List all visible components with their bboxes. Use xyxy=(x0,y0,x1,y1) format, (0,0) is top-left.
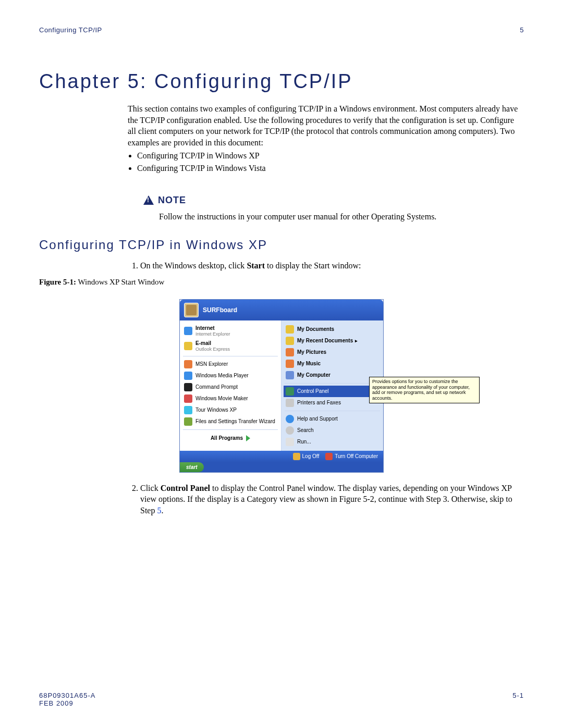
all-programs-button[interactable]: All Programs xyxy=(182,432,279,445)
all-programs-label: All Programs xyxy=(211,435,243,441)
user-avatar-icon xyxy=(184,303,199,317)
step-2: Click Control Panel to display the Contr… xyxy=(140,483,524,516)
start-menu-body: InternetInternet ExplorerE-mailOutlook E… xyxy=(180,320,383,451)
start-menu-item[interactable]: Tour Windows XP xyxy=(182,404,279,416)
app-icon xyxy=(184,417,192,426)
separator xyxy=(285,411,380,411)
start-button[interactable]: start xyxy=(180,462,204,472)
menu-item-label: Windows Media Player xyxy=(195,373,249,378)
turn-off-label: Turn Off Computer xyxy=(335,453,378,459)
figure-caption-text: Windows XP Start Window xyxy=(76,278,164,286)
header-page-number: 5 xyxy=(520,26,524,34)
step-bold: Control Panel xyxy=(161,484,210,492)
section-title: Configuring TCP/IP in Windows XP xyxy=(39,238,524,252)
intro-bullet-list: Configuring TCP/IP in Windows XP Configu… xyxy=(128,150,524,174)
menu-item-label: Files and Settings Transfer Wizard xyxy=(195,418,275,424)
menu-item-label: My Computer xyxy=(297,372,331,378)
intro-block: This section contains two examples of co… xyxy=(128,103,524,174)
step-list: On the Windows desktop, click Start to d… xyxy=(128,260,524,272)
app-icon xyxy=(184,406,192,414)
page-footer: 68P09301A65-A FEB 2009 5-1 xyxy=(39,692,524,707)
doc-number: 68P09301A65-A xyxy=(39,692,95,699)
taskbar: start xyxy=(180,462,383,472)
start-menu-item[interactable]: My Documents xyxy=(284,324,381,335)
menu-item-label: My Recent Documents xyxy=(297,338,358,344)
folder-icon xyxy=(286,387,294,396)
running-header: Configuring TCP/IP 5 xyxy=(39,26,524,34)
power-icon xyxy=(325,453,333,460)
figure-caption: Figure 5-1: Windows XP Start Window xyxy=(39,278,524,287)
start-menu-item[interactable]: Windows Media Player xyxy=(182,370,279,381)
start-menu-item[interactable]: Files and Settings Transfer Wizard xyxy=(182,416,279,427)
control-panel-tooltip: Provides options for you to customize th… xyxy=(369,377,480,403)
start-menu-item[interactable]: My Pictures xyxy=(284,347,381,358)
footer-page-number: 5-1 xyxy=(512,692,524,707)
start-menu-item[interactable]: Windows Movie Maker xyxy=(182,393,279,404)
start-menu-item[interactable]: Run... xyxy=(284,436,381,448)
start-menu-left-column: InternetInternet ExplorerE-mailOutlook E… xyxy=(180,320,282,451)
header-left: Configuring TCP/IP xyxy=(39,26,102,34)
footer-left: 68P09301A65-A FEB 2009 xyxy=(39,692,95,707)
menu-item-label: Control Panel xyxy=(297,388,329,394)
app-icon xyxy=(184,394,192,403)
menu-item-label: InternetInternet Explorer xyxy=(195,325,230,337)
folder-icon xyxy=(286,415,294,423)
menu-item-label: Windows Movie Maker xyxy=(195,396,248,401)
step-bold: Start xyxy=(247,261,265,270)
step-text: Click xyxy=(140,484,161,492)
start-menu-item[interactable]: My Recent Documents xyxy=(284,335,381,347)
folder-icon xyxy=(286,337,294,345)
separator xyxy=(183,356,278,356)
start-menu-item[interactable]: Command Prompt xyxy=(182,381,279,393)
menu-item-label: Help and Support xyxy=(297,416,338,422)
start-menu-item[interactable]: Printers and Faxes xyxy=(284,397,381,409)
start-menu-item[interactable]: Help and Support xyxy=(284,413,381,425)
separator xyxy=(183,429,278,430)
folder-icon xyxy=(286,325,294,334)
app-icon xyxy=(184,383,192,391)
figure-image: SURFboard InternetInternet ExplorerE-mai… xyxy=(39,300,524,472)
step-text: to display the Start window: xyxy=(265,261,361,270)
turn-off-button[interactable]: Turn Off Computer xyxy=(325,453,378,460)
app-icon xyxy=(184,327,192,335)
step-1: On the Windows desktop, click Start to d… xyxy=(140,260,524,272)
log-off-button[interactable]: Log Off xyxy=(293,453,320,460)
start-menu-item[interactable]: Search xyxy=(284,425,381,436)
folder-icon xyxy=(286,348,294,356)
folder-icon xyxy=(286,438,294,446)
app-icon xyxy=(184,372,192,380)
folder-icon xyxy=(286,399,294,407)
intro-paragraph: This section contains two examples of co… xyxy=(128,103,524,148)
menu-item-label: My Music xyxy=(297,361,321,366)
menu-item-label: My Documents xyxy=(297,326,334,332)
start-menu-item[interactable]: MSN Explorer xyxy=(182,359,279,370)
start-menu-item[interactable]: My Music xyxy=(284,358,381,369)
separator xyxy=(285,383,380,384)
windows-start-menu: SURFboard InternetInternet ExplorerE-mai… xyxy=(180,300,383,472)
menu-item-label: Tour Windows XP xyxy=(195,407,237,413)
step-list-continued: Click Control Panel to display the Contr… xyxy=(128,483,524,516)
user-name: SURFboard xyxy=(203,306,237,314)
menu-item-label: Command Prompt xyxy=(195,384,238,390)
start-menu-item[interactable]: E-mailOutlook Express xyxy=(182,339,279,354)
start-menu-footer: Log Off Turn Off Computer xyxy=(180,451,383,462)
step-text: . xyxy=(161,506,163,515)
doc-date: FEB 2009 xyxy=(39,699,95,707)
note-text: Follow the instructions in your computer… xyxy=(159,211,524,223)
start-menu-header: SURFboard xyxy=(180,300,383,320)
start-menu-item-control-panel[interactable]: Control Panel xyxy=(284,386,381,397)
note-label: NOTE xyxy=(158,195,186,206)
start-menu-item[interactable]: My Computer xyxy=(284,369,381,381)
warning-triangle-icon xyxy=(143,195,154,205)
log-off-label: Log Off xyxy=(302,453,320,459)
folder-icon xyxy=(286,371,294,379)
note-block: NOTE Follow the instructions in your com… xyxy=(143,195,524,223)
note-heading: NOTE xyxy=(143,195,524,206)
menu-item-label: My Pictures xyxy=(297,349,326,355)
menu-item-label: Run... xyxy=(297,439,311,445)
menu-item-label: Printers and Faxes xyxy=(297,400,341,405)
menu-item-label: Search xyxy=(297,427,314,433)
arrow-right-icon xyxy=(246,435,250,441)
bullet-item: Configuring TCP/IP in Windows Vista xyxy=(137,163,524,174)
start-menu-item[interactable]: InternetInternet Explorer xyxy=(182,324,279,339)
